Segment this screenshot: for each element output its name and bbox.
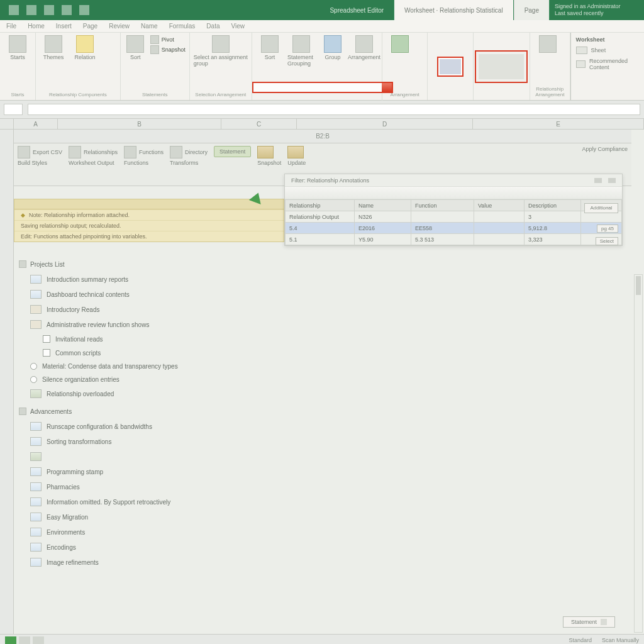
tree-item[interactable]: Encodings (30, 540, 294, 555)
col-a[interactable]: A (14, 119, 58, 129)
dir-icon[interactable] (170, 146, 182, 158)
sheet-tab-2[interactable] (19, 636, 30, 644)
tree-item[interactable]: Introductory Reads (30, 302, 294, 317)
rel-icon[interactable] (69, 146, 81, 158)
highlighted-thumb-small[interactable] (437, 57, 464, 77)
rbtn-themes[interactable]: Themes (43, 54, 64, 60)
tree-check-item[interactable]: Common scripts (43, 346, 294, 360)
sheet-tab-add[interactable] (33, 636, 44, 644)
th-4[interactable]: Description (525, 200, 581, 211)
radio-icon[interactable] (30, 376, 37, 383)
rbtn-sort[interactable]: Sort (130, 54, 141, 60)
rbtn-arrangement[interactable]: Arrangement (348, 54, 380, 60)
tree-radio-item[interactable]: Material: Condense data and transparency… (30, 360, 294, 373)
col-c[interactable]: C (221, 119, 297, 129)
vertical-scrollbar[interactable] (634, 274, 643, 633)
statement-button[interactable]: Statement (214, 146, 251, 157)
table-row[interactable]: 5.1Y5.905.3 5133,323 (286, 234, 622, 245)
name-box[interactable] (4, 104, 23, 115)
inner-snapshot[interactable]: Snapshot (257, 160, 281, 166)
snapshot-thumb-icon[interactable] (257, 146, 274, 158)
tree-item[interactable]: Dashboard technical contents (30, 287, 294, 302)
account-info[interactable]: Signed in as Administrator Last saved re… (550, 1, 644, 19)
qat-redo-icon[interactable] (44, 5, 54, 15)
title-tab-2[interactable]: Worksheet · Relationship Statistical (394, 0, 514, 20)
tree-check-item[interactable]: Invitational reads (43, 332, 294, 346)
formula-bar[interactable] (28, 104, 640, 115)
panel-additional-button[interactable]: Additional (584, 203, 618, 213)
ribbon-tab-file[interactable]: File (6, 23, 16, 30)
ribbon-tab-home[interactable]: Home (28, 23, 45, 30)
sheet-tab-1[interactable] (5, 636, 16, 644)
update-thumb-icon[interactable] (287, 146, 304, 158)
tree-item[interactable]: Pharmacies (30, 479, 294, 494)
title-tab-1[interactable]: Spreadsheet Editor (319, 0, 394, 20)
tree-item[interactable]: Administrative review function shows (30, 317, 294, 332)
th-1[interactable]: Name (355, 200, 411, 211)
panel-pill-1[interactable]: pg 45 (597, 225, 618, 233)
side-pane-item-1[interactable]: Sheet (576, 47, 639, 54)
qat-undo-icon[interactable] (26, 5, 36, 15)
sheet-tabs[interactable] (5, 636, 44, 644)
rbtn-stmt-group[interactable]: Statement Grouping (287, 54, 315, 67)
side-pane-item-2[interactable]: Recommended Content (576, 58, 639, 70)
rbtn-select-group[interactable]: Select an assignment group (194, 54, 248, 67)
grid-icon[interactable] (18, 146, 30, 158)
tree-item[interactable]: Image refinements (30, 555, 294, 570)
qat-brush-icon[interactable] (62, 5, 72, 15)
title-tab-3[interactable]: Page (514, 0, 550, 20)
ribbon-tab-name[interactable]: Name (141, 23, 158, 30)
checkbox-icon[interactable] (43, 335, 50, 343)
qat-save-icon[interactable] (9, 5, 19, 15)
tree-item[interactable]: Easy Migration (30, 509, 294, 525)
inner-apply[interactable]: Apply Compliance (582, 146, 628, 152)
panel-max-icon[interactable] (608, 178, 616, 183)
th-2[interactable]: Function (411, 200, 474, 211)
scrollbar-thumb[interactable] (636, 276, 641, 295)
ribbon-tab-insert[interactable]: Insert (56, 23, 72, 30)
tree-category-projects[interactable]: Projects List (19, 260, 294, 268)
ribbon-tab-data[interactable]: Data (206, 23, 219, 30)
tree-item[interactable]: Relationship overloaded (30, 386, 294, 401)
ribbon-tab-review[interactable]: Review (109, 23, 130, 30)
search-dropdown-icon[interactable] (382, 83, 392, 92)
qat-cursor-icon[interactable] (79, 5, 89, 15)
tree-radio-item[interactable]: Silence organization entries (30, 373, 294, 386)
radio-icon[interactable] (30, 363, 37, 370)
col-e[interactable]: E (473, 119, 644, 129)
ribbon-tab-view[interactable]: View (231, 23, 245, 30)
fn-icon[interactable] (124, 146, 136, 158)
tree-item[interactable]: Introduction summary reports (30, 272, 294, 287)
rbtn-group[interactable]: Group (325, 54, 340, 60)
tree-item[interactable]: Information omitted. By Support retroact… (30, 494, 294, 509)
panel-min-icon[interactable] (594, 178, 602, 183)
rbtn-select[interactable]: Sort (265, 54, 275, 60)
inner-update[interactable]: Update (287, 160, 306, 166)
tree-item[interactable]: Runscape configuration & bandwidths (30, 419, 294, 434)
rbtn-starts[interactable]: Starts (10, 54, 25, 60)
tree-item[interactable] (30, 449, 294, 464)
highlighted-thumb-large[interactable] (475, 50, 528, 83)
inner-relationships[interactable]: Relationships (84, 149, 118, 155)
tree-item[interactable]: Sorting transformations (30, 434, 294, 449)
rbtn-pivot-stack[interactable]: Pivot Snapshot (150, 35, 186, 54)
col-b[interactable]: B (58, 119, 221, 129)
panel-pill-2[interactable]: Select (596, 237, 618, 245)
row-gutter[interactable] (0, 130, 14, 644)
checkbox-icon[interactable] (43, 349, 50, 357)
tree-item[interactable]: Programming stamp (30, 464, 294, 479)
table-row[interactable]: Relationship OutputN3263 (286, 211, 622, 223)
th-0[interactable]: Relationship (286, 200, 355, 211)
col-d[interactable]: D (297, 119, 473, 129)
footer-statement-button[interactable]: Statement (563, 616, 615, 628)
rbtn-relation[interactable]: Relation (74, 54, 95, 60)
inner-directory[interactable]: Directory (185, 149, 208, 155)
inner-functions[interactable]: Functions (139, 149, 164, 155)
inner-export[interactable]: Export CSV (33, 149, 62, 155)
ribbon-tab-formulas[interactable]: Formulas (169, 23, 196, 30)
highlighted-search-box[interactable] (252, 82, 393, 93)
tree-category-advance[interactable]: Advancements (19, 408, 294, 415)
ribbon-tab-page[interactable]: Page (83, 23, 97, 30)
table-row[interactable]: 5.4E2016EE5585,912.8 (286, 223, 622, 234)
th-3[interactable]: Value (474, 200, 525, 211)
